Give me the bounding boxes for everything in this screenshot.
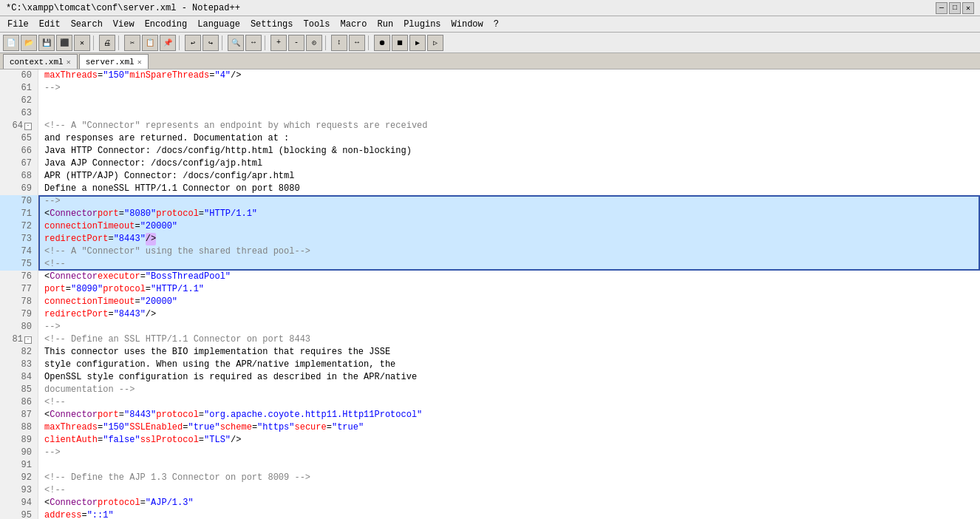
maximize-button[interactable]: □: [949, 2, 961, 14]
line-number-91: 91: [0, 459, 38, 472]
new-button[interactable]: 📄: [3, 35, 19, 51]
code-line-69: Define a noneSSL HTTP/1.1 Connector on p…: [38, 183, 980, 195]
code-line-67: Java AJP Connector: /docs/config/ajp.htm…: [38, 157, 980, 170]
code-line-79: redirectPort="8443" />: [38, 308, 980, 321]
play-macro-button[interactable]: ▶: [409, 35, 426, 51]
menu-plugins[interactable]: Plugins: [399, 18, 445, 31]
line-number-71: 71: [0, 208, 38, 220]
line-number-78: 78: [0, 296, 38, 308]
line-numbers: 6061626364-65666768697071727374757677787…: [0, 69, 38, 519]
record-macro-button[interactable]: ⏺: [374, 35, 390, 51]
line-number-76: 76: [0, 271, 38, 283]
code-line-75: <!--: [38, 258, 980, 271]
code-line-80: -->: [38, 321, 980, 333]
line-number-84: 84: [0, 371, 38, 384]
menu-encoding[interactable]: Encoding: [140, 18, 192, 31]
stop-macro-button[interactable]: ⏹: [392, 35, 408, 51]
replace-button[interactable]: ↔: [245, 35, 262, 51]
fold-icon-81[interactable]: -: [24, 336, 32, 344]
menu-search[interactable]: Search: [67, 18, 107, 31]
menu-bar: File Edit Search View Encoding Language …: [0, 16, 980, 33]
line-number-95: 95: [0, 509, 38, 519]
fold-icon-64[interactable]: -: [24, 123, 32, 130]
line-number-79: 79: [0, 308, 38, 321]
tab-context-xml[interactable]: context.xml ✕: [3, 54, 78, 69]
code-container: 6061626364-65666768697071727374757677787…: [0, 69, 980, 519]
menu-file[interactable]: File: [3, 18, 33, 31]
menu-language[interactable]: Language: [193, 18, 245, 31]
cut-button[interactable]: ✂: [124, 35, 140, 51]
line-number-61: 61: [0, 82, 38, 95]
line-number-66: 66: [0, 145, 38, 157]
line-number-73: 73: [0, 233, 38, 245]
code-line-91: [38, 459, 980, 472]
save-button[interactable]: 💾: [38, 35, 55, 51]
code-line-78: connectionTimeout="20000": [38, 296, 980, 308]
menu-window[interactable]: Window: [447, 18, 488, 31]
sync-scroll-v-button[interactable]: ↕: [331, 35, 347, 51]
copy-button[interactable]: 📋: [142, 35, 158, 51]
toolbar: 📄 📂 💾 ⬛ ✕ 🖨 ✂ 📋 📌 ↩ ↪ 🔍 ↔ + - ⊙ ↕ ↔ ⏺ ⏹ …: [0, 33, 980, 53]
code-line-70: -->: [38, 195, 980, 208]
menu-settings[interactable]: Settings: [246, 18, 298, 31]
line-number-90: 90: [0, 447, 38, 459]
code-line-65: and responses are returned. Documentatio…: [38, 132, 980, 145]
line-number-83: 83: [0, 359, 38, 371]
line-number-80: 80: [0, 321, 38, 333]
line-number-65: 65: [0, 132, 38, 145]
menu-macro[interactable]: Macro: [336, 18, 372, 31]
zoom-out-button[interactable]: -: [288, 35, 304, 51]
sync-scroll-h-button[interactable]: ↔: [349, 35, 365, 51]
zoom-in-button[interactable]: +: [270, 35, 287, 51]
code-content[interactable]: maxThreads="150" minSpareThreads="4"/> -…: [38, 69, 980, 519]
code-line-81: <!-- Define an SSL HTTP/1.1 Connector on…: [38, 333, 980, 346]
code-line-61: -->: [38, 82, 980, 95]
code-line-90: -->: [38, 447, 980, 459]
line-number-82: 82: [0, 346, 38, 359]
close-button[interactable]: ✕: [74, 35, 90, 51]
open-button[interactable]: 📂: [21, 35, 37, 51]
run-macro-button[interactable]: ▷: [427, 35, 443, 51]
paste-button[interactable]: 📌: [160, 35, 176, 51]
tab-server-xml-close[interactable]: ✕: [137, 58, 142, 67]
code-line-87: <Connector port="8443" protocol="org.apa…: [38, 409, 980, 421]
toolbar-sep-5: [265, 35, 268, 50]
tab-server-xml[interactable]: server.xml ✕: [79, 54, 149, 69]
toolbar-sep-3: [179, 35, 182, 50]
restore-zoom-button[interactable]: ⊙: [306, 35, 322, 51]
title-text: *C:\xampp\tomcat\conf\server.xml - Notep…: [6, 3, 240, 13]
code-line-73: redirectPort="8443" />: [38, 233, 980, 245]
toolbar-sep-4: [222, 35, 225, 50]
line-number-62: 62: [0, 95, 38, 107]
close-button[interactable]: ✕: [962, 2, 974, 14]
line-number-64: 64-: [0, 120, 38, 132]
print-button[interactable]: 🖨: [99, 35, 115, 51]
redo-button[interactable]: ↪: [203, 35, 219, 51]
menu-edit[interactable]: Edit: [35, 18, 65, 31]
code-line-93: <!--: [38, 484, 980, 497]
line-number-63: 63: [0, 107, 38, 120]
save-all-button[interactable]: ⬛: [56, 35, 72, 51]
toolbar-sep-1: [93, 35, 96, 50]
toolbar-sep-7: [368, 35, 371, 50]
line-number-85: 85: [0, 384, 38, 396]
menu-help[interactable]: ?: [489, 18, 503, 31]
line-number-67: 67: [0, 157, 38, 170]
toolbar-sep-6: [325, 35, 328, 50]
line-number-94: 94: [0, 497, 38, 509]
minimize-button[interactable]: —: [936, 2, 947, 14]
menu-run[interactable]: Run: [373, 18, 398, 31]
menu-tools[interactable]: Tools: [299, 18, 334, 31]
find-button[interactable]: 🔍: [228, 35, 244, 51]
code-line-86: <!--: [38, 396, 980, 409]
code-line-92: <!-- Define the AJP 1.3 Connector on por…: [38, 472, 980, 484]
menu-view[interactable]: View: [109, 18, 139, 31]
code-line-72: connectionTimeout="20000": [38, 220, 980, 233]
undo-button[interactable]: ↩: [185, 35, 201, 51]
title-bar: *C:\xampp\tomcat\conf\server.xml - Notep…: [0, 0, 980, 16]
tab-context-xml-close[interactable]: ✕: [67, 58, 71, 67]
code-line-63: [38, 107, 980, 120]
code-line-62: [38, 95, 980, 107]
code-line-84: OpenSSL style configuration is required …: [38, 371, 980, 384]
code-line-64: <!-- A "Connector" represents an endpoin…: [38, 120, 980, 132]
